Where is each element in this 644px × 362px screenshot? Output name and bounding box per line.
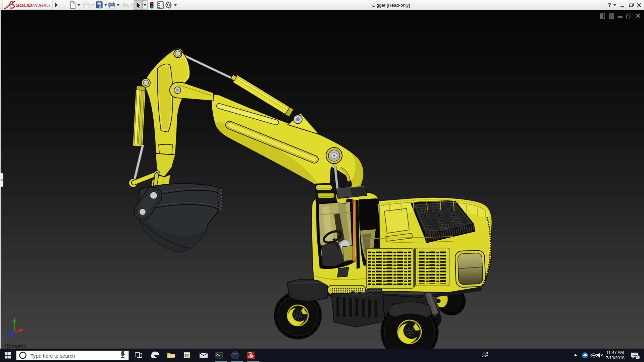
svg-text:4: 4 — [637, 356, 639, 359]
svg-text:2017: 2017 — [248, 356, 254, 358]
svg-text:7/13/2018: 7/13/2018 — [606, 356, 625, 360]
svg-text:*Dimetric: *Dimetric — [4, 344, 26, 349]
svg-text:11:47 AM: 11:47 AM — [606, 350, 624, 355]
svg-text:SOLID: SOLID — [16, 2, 32, 8]
svg-text:?: ? — [608, 2, 611, 8]
svg-text:Digger [Read-only]: Digger [Read-only] — [372, 3, 410, 8]
svg-text:WORKS: WORKS — [31, 2, 51, 8]
